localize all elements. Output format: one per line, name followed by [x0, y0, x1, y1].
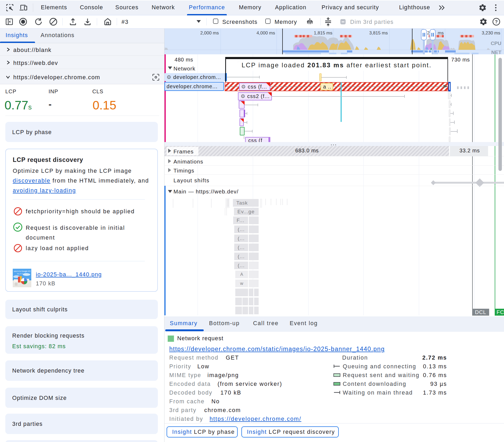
- svg-text:1,815 ms: 1,815 ms: [314, 30, 332, 36]
- svg-text:3,815 ms: 3,815 ms: [369, 30, 388, 36]
- svg-text:NET: NET: [491, 50, 501, 54]
- svg-text:3,230 ms: 3,230 ms: [482, 30, 500, 36]
- svg-text:une in to Google I/O: une in to Google I/O: [14, 270, 31, 272]
- svg-text:2,000 ms: 2,000 ms: [200, 30, 219, 36]
- svg-text:4,000 ms: 4,000 ms: [257, 30, 275, 36]
- svg-text:CPU: CPU: [491, 41, 501, 46]
- svg-text:?: ?: [495, 19, 498, 24]
- svg-text:ms: ms: [438, 30, 444, 36]
- svg-text:May 20-21, 2025: May 20-21, 2025: [17, 273, 27, 275]
